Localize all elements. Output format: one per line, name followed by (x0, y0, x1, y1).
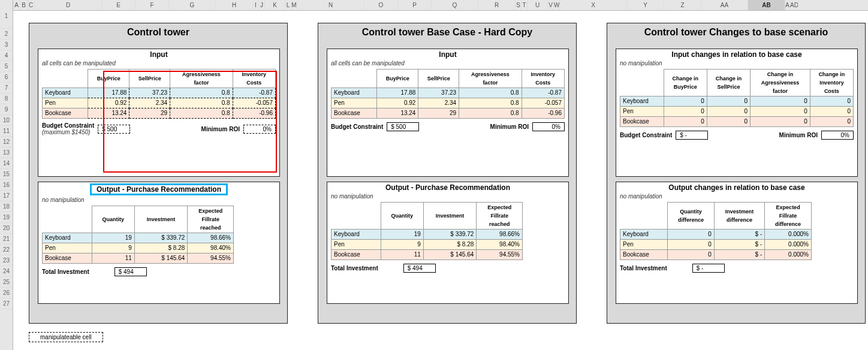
table-cell: 0 (668, 230, 715, 240)
col-header-B[interactable]: B (20, 0, 28, 10)
table-cell[interactable]: 2.34 (129, 98, 170, 108)
col-header-G[interactable]: G (169, 0, 216, 10)
row-header-23[interactable]: 23 (0, 255, 13, 266)
row-header-16[interactable]: 16 (0, 180, 13, 191)
row-label: Pen (620, 240, 668, 250)
table-cell: -0.057 (522, 98, 564, 108)
row-header-21[interactable]: 21 (0, 234, 13, 245)
budget-label: Budget Constraint (42, 122, 94, 129)
table-cell: 0 (707, 96, 750, 107)
col-header-W[interactable]: W (554, 0, 560, 10)
row-header-26[interactable]: 26 (0, 288, 13, 298)
row-header-2[interactable]: 2 (0, 29, 13, 40)
row-header-25[interactable]: 25 (0, 277, 13, 288)
table-cell: 0 (664, 107, 707, 117)
row-header-13[interactable]: 13 (0, 147, 13, 158)
row-header-3[interactable]: 3 (0, 40, 13, 50)
col-header-A[interactable]: A (13, 0, 20, 10)
total-value: $ 494 (403, 264, 436, 273)
col-header-N[interactable]: N (297, 0, 364, 10)
row-header-27[interactable]: 27 (0, 298, 13, 309)
row-header-22[interactable]: 22 (0, 245, 13, 255)
col-header-T[interactable]: T (522, 0, 528, 10)
table-cell[interactable]: 0.8 (170, 108, 233, 119)
row-header-10[interactable]: 10 (0, 115, 13, 126)
table-header: SellPrice (129, 70, 170, 88)
table-cell: $ - (714, 230, 764, 240)
input-note: no manipulation (616, 60, 857, 68)
roi-value[interactable]: 0% (243, 125, 276, 134)
row-header-24[interactable]: 24 (0, 266, 13, 277)
col-header-O[interactable]: O (364, 0, 398, 10)
output-table: QuantityInvestmentExpected Fillrate reac… (42, 206, 234, 264)
input-title: Input (38, 49, 279, 60)
table-cell: 0 (810, 96, 853, 107)
row-label: Keyboard (43, 88, 88, 98)
table-cell[interactable]: -0.057 (233, 98, 275, 108)
col-header-Q[interactable]: Q (432, 0, 478, 10)
table-cell[interactable]: 0.8 (170, 88, 233, 98)
row-header-6[interactable]: 6 (0, 72, 13, 83)
input-title: Input changes in relation to base case (616, 49, 857, 60)
table-cell[interactable]: 0.92 (88, 98, 129, 108)
col-header-AA[interactable]: AA (701, 0, 748, 10)
table-cell: 0 (707, 117, 750, 127)
col-header-J[interactable]: J (259, 0, 265, 10)
table-cell[interactable]: -0.87 (233, 88, 275, 98)
col-header-I[interactable]: I (253, 0, 259, 10)
col-header-U[interactable]: U (528, 0, 548, 10)
table-header: Agressiveness factor (170, 70, 233, 88)
table-cell: 0.000% (765, 250, 812, 260)
table-header: Inventory Costs (233, 70, 275, 88)
row-header-15[interactable]: 15 (0, 169, 13, 180)
table-header: Change in SellPrice (707, 70, 750, 96)
row-header-12[interactable]: 12 (0, 137, 13, 147)
col-header-C[interactable]: C (28, 0, 35, 10)
table-cell[interactable]: 17.88 (88, 88, 129, 98)
col-header-X[interactable]: X (560, 0, 627, 10)
cell-area[interactable]: Control tower Input all cells can be man… (13, 11, 868, 350)
table-header: Inventory Costs (522, 70, 564, 88)
col-header-D[interactable]: D (35, 0, 102, 10)
col-header-P[interactable]: P (398, 0, 432, 10)
col-header-F[interactable]: F (135, 0, 169, 10)
row-header-19[interactable]: 19 (0, 212, 13, 223)
table-cell[interactable]: 29 (129, 108, 170, 119)
col-header-K[interactable]: K (265, 0, 285, 10)
col-header-Z[interactable]: Z (664, 0, 701, 10)
table-cell[interactable]: 0.8 (170, 98, 233, 108)
row-header-1[interactable]: 1 (0, 11, 13, 29)
col-header-E[interactable]: E (102, 0, 135, 10)
row-header-18[interactable]: 18 (0, 201, 13, 212)
row-label: Bookcase (43, 108, 88, 119)
col-header-AB[interactable]: AB (748, 0, 785, 10)
col-header-H[interactable]: H (216, 0, 253, 10)
total-value: $ - (692, 264, 725, 273)
row-header-4[interactable]: 4 (0, 50, 13, 61)
row-header-9[interactable]: 9 (0, 104, 13, 115)
table-cell[interactable]: 13.24 (88, 108, 129, 119)
budget-value[interactable]: $ 500 (98, 125, 130, 134)
row-header-5[interactable]: 5 (0, 61, 13, 72)
col-header-AD[interactable]: AD (790, 0, 798, 10)
table-cell[interactable]: -0.96 (233, 108, 275, 119)
row-header-7[interactable]: 7 (0, 83, 13, 93)
row-header-17[interactable]: 17 (0, 191, 13, 201)
col-header-Y[interactable]: Y (627, 0, 664, 10)
col-header-R[interactable]: R (478, 0, 516, 10)
table-cell: 2.34 (418, 98, 459, 108)
budget-label: Budget Constraint (620, 132, 672, 138)
row-header-14[interactable]: 14 (0, 158, 13, 169)
table-header: Investment (134, 206, 187, 233)
row-header-8[interactable]: 8 (0, 93, 13, 104)
output-title: Output changes in relation to base case (616, 182, 857, 193)
table-cell[interactable]: 37.23 (129, 88, 170, 98)
col-header-M[interactable]: M (291, 0, 297, 10)
row-header-11[interactable]: 11 (0, 126, 13, 137)
row-header-20[interactable]: 20 (0, 223, 13, 234)
col-header-V[interactable]: V (548, 0, 554, 10)
table-cell: $ 8.28 (134, 243, 187, 254)
col-header-S[interactable]: S (516, 0, 522, 10)
col-header-L[interactable]: L (285, 0, 291, 10)
col-header-AC[interactable]: AC (785, 0, 790, 10)
